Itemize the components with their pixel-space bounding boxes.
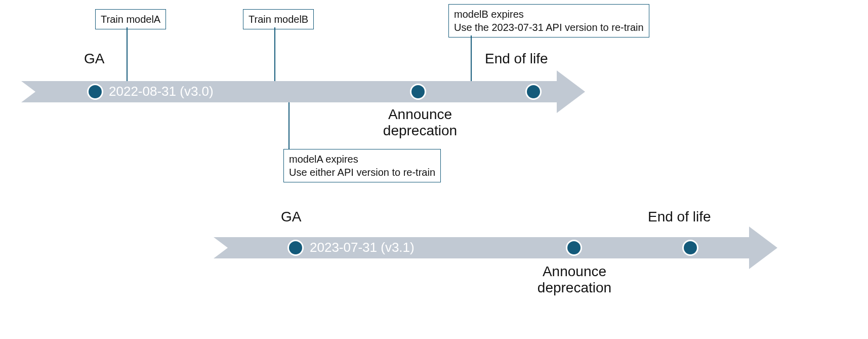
connector-train-modelA xyxy=(127,27,128,81)
timeline1-eol-label: End of life xyxy=(485,51,548,67)
callout-train-modelA: Train modelA xyxy=(95,9,166,29)
timeline2-dot-eol xyxy=(682,240,698,256)
timeline2-dot-announce xyxy=(566,240,582,256)
connector-modelA-expires xyxy=(288,102,290,149)
timeline2-head xyxy=(749,227,777,269)
callout-modelB-expires: modelB expires Use the 2023-07-31 API ve… xyxy=(448,4,649,37)
diagram-stage: 2022-08-31 (v3.0) GA Announce deprecatio… xyxy=(0,0,868,339)
connector-modelB-expires xyxy=(471,35,472,81)
timeline1-announce-l1: Announce xyxy=(388,106,452,122)
timeline2-announce-l2: deprecation xyxy=(538,280,611,295)
timeline1-dot-announce xyxy=(410,84,426,100)
timeline2-body xyxy=(228,237,749,258)
connector-train-modelB xyxy=(274,27,275,81)
callout-modelA-expires: modelA expires Use either API version to… xyxy=(283,149,441,182)
timeline2-eol-label: End of life xyxy=(648,209,711,225)
timeline1-head xyxy=(557,70,585,113)
callout-modelA-expires-l1: modelA expires xyxy=(289,154,358,165)
callout-modelA-expires-l2: Use either API version to re-train xyxy=(289,167,435,178)
timeline2-announce-l1: Announce xyxy=(543,263,606,279)
timeline1-ga-label: GA xyxy=(84,51,104,67)
timeline1-dot-eol xyxy=(525,84,542,100)
timeline1-tail xyxy=(21,81,35,102)
timeline1-announce-l2: deprecation xyxy=(383,123,457,138)
timeline2-dot-ga xyxy=(287,240,304,256)
timeline2-ga-label: GA xyxy=(281,209,301,225)
timeline1-dot-ga xyxy=(87,84,103,100)
timeline2-announce-label: Announce deprecation xyxy=(531,263,617,296)
timeline2-version-label: 2023-07-31 (v3.1) xyxy=(310,240,415,255)
timeline1-announce-label: Announce deprecation xyxy=(377,106,463,139)
callout-train-modelB: Train modelB xyxy=(243,9,314,29)
timeline2-tail xyxy=(214,237,228,258)
callout-modelB-expires-l2: Use the 2023-07-31 API version to re-tra… xyxy=(454,22,644,33)
callout-modelB-expires-l1: modelB expires xyxy=(454,9,524,20)
timeline1-version-label: 2022-08-31 (v3.0) xyxy=(109,84,214,99)
